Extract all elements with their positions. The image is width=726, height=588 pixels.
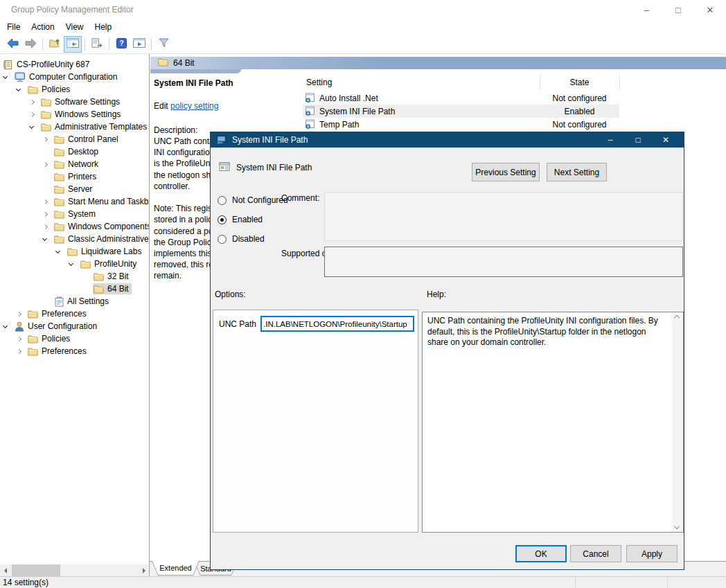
chevron-right-icon[interactable]: [17, 311, 21, 316]
chevron-right-icon[interactable]: [30, 99, 35, 104]
tree-item-desktop[interactable]: Desktop: [0, 145, 149, 158]
folder-icon: [94, 285, 104, 294]
maximize-button[interactable]: □: [662, 0, 694, 19]
toolbar-help-button[interactable]: ?: [112, 36, 130, 53]
setting-row-temp-path[interactable]: Temp PathNot configured: [303, 118, 619, 131]
tree-item-all-settings[interactable]: All Settings: [0, 295, 149, 308]
radio-not-configured[interactable]: Not Configured: [218, 195, 288, 206]
tree-item-computer-configuration[interactable]: Computer Configuration: [0, 71, 149, 83]
tree-item-preferences[interactable]: Preferences: [0, 308, 149, 320]
tree-item-network[interactable]: Network: [0, 158, 149, 170]
tree-item-control-panel[interactable]: Control Panel: [0, 133, 149, 145]
ok-button[interactable]: OK: [515, 545, 567, 562]
previous-setting-button[interactable]: Previous Setting: [472, 163, 540, 181]
radio-disabled[interactable]: Disabled: [218, 233, 265, 244]
radio-label: Disabled: [232, 234, 265, 244]
help-scrollbar[interactable]: [672, 312, 683, 532]
tree-item-windows-components[interactable]: Windows Components: [0, 220, 149, 233]
setting-state: Not configured: [540, 120, 619, 130]
tree-item-system[interactable]: System: [0, 208, 149, 220]
chevron-down-icon[interactable]: [42, 235, 47, 240]
dialog-maximize-button[interactable]: □: [624, 132, 652, 148]
chevron-down-icon[interactable]: [69, 260, 73, 265]
chevron-right-icon[interactable]: [43, 224, 48, 229]
menu-action[interactable]: Action: [26, 20, 60, 34]
tree-item-policies[interactable]: Policies: [0, 332, 149, 345]
tree-item-label: All Settings: [67, 296, 109, 306]
setting-row-auto-install-net[interactable]: Auto Install .NetNot configured: [303, 91, 619, 105]
tree-item-label: Printers: [68, 172, 96, 181]
tab-extended[interactable]: Extended: [152, 561, 200, 576]
menu-view[interactable]: View: [60, 20, 89, 34]
menu-help[interactable]: Help: [89, 20, 118, 34]
toolbar-export-list-button[interactable]: [88, 36, 106, 53]
edit-policy-setting-link[interactable]: policy setting: [170, 101, 218, 111]
scroll-up-icon[interactable]: [674, 315, 680, 321]
tree-item-windows-settings[interactable]: Windows Settings: [0, 108, 149, 121]
tree-item-preferences[interactable]: Preferences: [0, 345, 149, 357]
chevron-down-icon[interactable]: [3, 73, 8, 78]
chevron-right-icon[interactable]: [43, 161, 48, 166]
setting-row-system-ini-file-path[interactable]: System INI File PathEnabled: [303, 105, 619, 118]
tree-item-user-configuration[interactable]: User Configuration: [0, 320, 149, 332]
chevron-right-icon[interactable]: [30, 112, 35, 116]
tree-item-cs-profileunity-687[interactable]: CS-ProfileUnity 687: [0, 58, 149, 71]
setting-name: Temp Path: [319, 120, 359, 130]
tree-item-policies[interactable]: Policies: [0, 83, 149, 96]
chevron-down-icon[interactable]: [55, 248, 60, 253]
tree-item-label: System: [68, 209, 96, 219]
tree-item-start-menu-and-taskbar[interactable]: Start Menu and Taskbar: [0, 195, 149, 208]
apply-button[interactable]: Apply: [626, 545, 678, 562]
chevron-right-icon[interactable]: [43, 199, 48, 204]
chevron-down-icon[interactable]: [3, 323, 8, 328]
toolbar-new-window-button[interactable]: [130, 36, 148, 53]
minimize-button[interactable]: –: [630, 0, 662, 19]
tree-item-32-bit[interactable]: 32 Bit: [0, 270, 149, 283]
column-header-state[interactable]: State: [540, 78, 619, 87]
tree-item-printers[interactable]: Printers: [0, 170, 149, 183]
tree-item-64-bit[interactable]: 64 Bit: [0, 283, 149, 295]
tree-horizontal-scrollbar[interactable]: [0, 564, 149, 576]
scroll-right-icon[interactable]: [139, 564, 149, 576]
column-header-setting[interactable]: Setting: [306, 78, 332, 87]
tree-item-profileunity[interactable]: ProfileUnity: [0, 258, 149, 270]
tree-item-server[interactable]: Server: [0, 183, 149, 195]
toolbar-back-button[interactable]: [3, 36, 21, 53]
close-button[interactable]: ✕: [694, 0, 726, 19]
menu-file[interactable]: File: [1, 20, 26, 34]
toolbar-filter-button[interactable]: [154, 36, 172, 53]
folder-icon: [41, 98, 51, 107]
policy-setting-icon: [305, 106, 315, 116]
scrollbar-thumb[interactable]: [12, 564, 60, 576]
dialog-minimize-button[interactable]: –: [596, 132, 624, 148]
chevron-right-icon[interactable]: [43, 136, 48, 141]
toolbar-show-console-tree-button[interactable]: [64, 36, 82, 53]
settings-list: Setting State Auto Install .NetNot confi…: [303, 73, 726, 131]
new-window-icon: [133, 38, 145, 50]
tree-item-classic-administrative-templates[interactable]: Classic Administrative Templates: [0, 233, 149, 245]
tree-item-administrative-templates[interactable]: Administrative Templates: [0, 121, 149, 133]
unc-path-label: UNC Path: [219, 319, 256, 329]
comment-textarea[interactable]: [324, 192, 683, 241]
chevron-down-icon[interactable]: [29, 123, 34, 128]
toolbar-forward-button[interactable]: [21, 36, 39, 53]
supported-on-textarea[interactable]: [324, 247, 683, 277]
chevron-right-icon[interactable]: [17, 336, 21, 341]
radio-enabled[interactable]: Enabled: [218, 214, 263, 225]
unc-path-input[interactable]: [260, 316, 414, 332]
scroll-left-icon[interactable]: [0, 564, 10, 576]
policy-panel-title: System INI File Path: [154, 78, 233, 88]
chevron-right-icon[interactable]: [43, 211, 48, 216]
tree-item-software-settings[interactable]: Software Settings: [0, 96, 149, 108]
scroll-down-icon[interactable]: [674, 524, 680, 529]
folder-icon: [158, 57, 168, 69]
toolbar-up-level-button[interactable]: [46, 36, 64, 53]
next-setting-button[interactable]: Next Setting: [547, 163, 607, 181]
chevron-down-icon[interactable]: [16, 86, 21, 91]
cancel-button[interactable]: Cancel: [570, 545, 621, 562]
chevron-right-icon[interactable]: [17, 348, 21, 353]
tree-item-liquidware-labs[interactable]: Liquidware Labs: [0, 245, 149, 258]
folder-icon: [80, 260, 91, 269]
group-policy-editor-window: Group Policy Management Editor –□✕ FileA…: [0, 0, 726, 588]
dialog-close-button[interactable]: ✕: [652, 132, 680, 148]
